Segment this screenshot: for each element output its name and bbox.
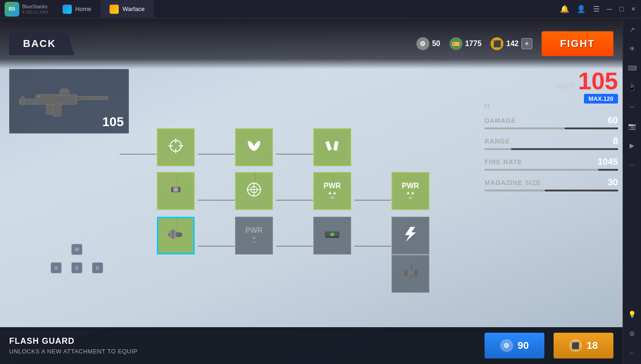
svg-rect-7 xyxy=(61,89,68,91)
titlebar: BS BlueStacks 4.150.11.1001 Home Warface… xyxy=(0,0,641,18)
node-pwr-locked-inner: PWR ▲ ═ xyxy=(235,217,273,254)
svg-point-9 xyxy=(77,97,80,99)
lightning-icon xyxy=(401,225,420,247)
tab-home[interactable]: Home xyxy=(53,0,101,18)
stats-panel: PWR 105 MAX.120 F1 DAMAGE 60 RANGE xyxy=(485,69,618,191)
damage-stat: DAMAGE 60 xyxy=(485,115,618,129)
magazine-stat: MAGAZINE SIZE 30 xyxy=(485,177,618,191)
fullscreen-icon[interactable]: ↗ xyxy=(626,23,639,36)
node-flash-guard-inner xyxy=(157,217,195,254)
node-flashlight-inner xyxy=(157,172,195,210)
add-gold-button[interactable]: + xyxy=(521,38,532,49)
node-crosshair[interactable] xyxy=(155,127,196,168)
light-icon[interactable]: 💡 xyxy=(626,308,639,321)
red-dot-icon xyxy=(322,224,342,248)
dual-bullets-icon xyxy=(323,137,341,158)
svg-point-47 xyxy=(331,233,334,236)
gold-icon: ⬛ xyxy=(491,37,503,50)
node-bullets-inner xyxy=(235,128,273,166)
node-crosshair-inner xyxy=(157,128,195,166)
svg-rect-6 xyxy=(60,91,69,95)
node-lightning[interactable] xyxy=(390,215,431,256)
minimize-button[interactable]: ─ xyxy=(607,5,612,13)
gear-icon: ⚙ xyxy=(416,37,429,50)
node-pwr-1[interactable]: PWR ▲▲ ═ xyxy=(312,170,353,212)
node-pwr-2[interactable]: PWR ▲▲ ═ xyxy=(390,170,431,212)
back-button[interactable]: BACK xyxy=(9,32,75,55)
maximize-button[interactable]: □ xyxy=(619,5,624,13)
back-icon[interactable]: ← xyxy=(626,347,639,359)
node-dual-bullets[interactable] xyxy=(312,127,353,168)
pwr-display: PWR 105 MAX.120 xyxy=(485,69,618,93)
silencer-icon xyxy=(400,262,421,286)
home-tab-icon xyxy=(63,5,72,14)
screenshot-icon[interactable]: 📷 xyxy=(626,120,639,133)
pwr-node-2-content: PWR ▲▲ ═ xyxy=(402,182,419,200)
selected-item-info: FLASH GUARD UNLOCKS A NEW ATTACHMENT TO … xyxy=(9,336,138,355)
node-pwr-2-inner: PWR ▲▲ ═ xyxy=(392,172,429,210)
svg-point-35 xyxy=(174,188,178,191)
magazine-bar-container xyxy=(485,190,618,191)
menu-icon[interactable]: ☰ xyxy=(593,5,600,13)
record-icon[interactable]: ▶ xyxy=(626,139,639,152)
fire-rate-bar-container xyxy=(485,169,618,171)
node-silencer-inner xyxy=(392,255,429,293)
bullets-icon xyxy=(245,137,263,158)
node-scope[interactable] xyxy=(233,170,275,212)
svg-rect-48 xyxy=(326,236,339,238)
range-stat: RANGE 8 xyxy=(485,136,618,150)
crosshair-icon xyxy=(167,137,185,158)
hud-resources: ⚙ 50 🎫 1775 ⬛ 142 + FIGHT xyxy=(416,31,613,56)
key-d: D xyxy=(92,262,103,273)
svg-rect-52 xyxy=(414,270,418,276)
more-icon[interactable]: ··· xyxy=(626,158,639,171)
svg-rect-44 xyxy=(174,231,176,238)
magazine-bar xyxy=(485,190,545,191)
rotate-icon[interactable]: ↔ xyxy=(626,100,639,113)
node-pwr-1-inner: PWR ▲▲ ═ xyxy=(313,172,351,210)
fire-rate-stat: FIRE RATE 1045 xyxy=(485,156,618,171)
fight-button[interactable]: FIGHT xyxy=(542,31,613,56)
svg-rect-42 xyxy=(169,231,172,238)
flash-guard-icon xyxy=(166,224,186,248)
key-s: S xyxy=(71,262,82,273)
node-red-dot[interactable] xyxy=(312,215,353,256)
ticket-resource: 🎫 1775 xyxy=(450,37,482,50)
eye-icon[interactable]: 👁 xyxy=(626,42,639,55)
settings-icon[interactable]: ⚙ xyxy=(626,327,639,340)
svg-rect-4 xyxy=(53,104,61,116)
keyboard-icon[interactable]: ⌨ xyxy=(626,62,639,75)
ticket-icon: 🎫 xyxy=(450,37,462,50)
node-flashlight[interactable] xyxy=(155,170,196,212)
node-bullets[interactable] xyxy=(233,127,275,168)
tab-warface[interactable]: Warface xyxy=(100,0,154,18)
damage-bar xyxy=(485,127,565,129)
buy-blue-button[interactable]: ⚙ 90 xyxy=(485,333,544,358)
node-scope-inner xyxy=(235,172,273,210)
key-w: W xyxy=(71,244,82,255)
svg-rect-5 xyxy=(46,104,52,115)
node-flash-guard[interactable] xyxy=(155,215,196,256)
pwr-max-badge: MAX.120 xyxy=(584,94,618,104)
bs-logo-icon: BS xyxy=(5,2,19,17)
account-icon[interactable]: 👤 xyxy=(577,5,586,13)
warface-tab-icon xyxy=(110,5,119,14)
gold-resource: ⬛ 142 + xyxy=(491,37,532,50)
close-button[interactable]: × xyxy=(631,5,635,13)
window-controls: 🔔 👤 ☰ ─ □ × xyxy=(560,5,641,13)
svg-rect-31 xyxy=(325,141,332,151)
node-red-dot-inner xyxy=(313,217,351,254)
range-bar-container xyxy=(485,148,618,150)
mobile-icon[interactable]: 📱 xyxy=(626,81,639,94)
pwr-locked-content: PWR ▲ ═ xyxy=(245,226,262,245)
node-pwr-locked[interactable]: PWR ▲ ═ xyxy=(233,215,275,256)
fire-rate-bar xyxy=(485,169,598,171)
svg-rect-43 xyxy=(172,230,174,239)
bs-sidebar: ↗ 👁 ⌨ 📱 ↔ 📷 ▶ ··· 💡 ⚙ ← xyxy=(623,18,641,364)
notification-icon[interactable]: 🔔 xyxy=(560,5,569,13)
range-bar xyxy=(485,148,511,150)
svg-rect-1 xyxy=(21,97,24,105)
buy-gold-button[interactable]: ⬛ 18 xyxy=(554,333,613,358)
svg-rect-8 xyxy=(38,96,40,98)
node-silencer[interactable] xyxy=(390,253,431,295)
